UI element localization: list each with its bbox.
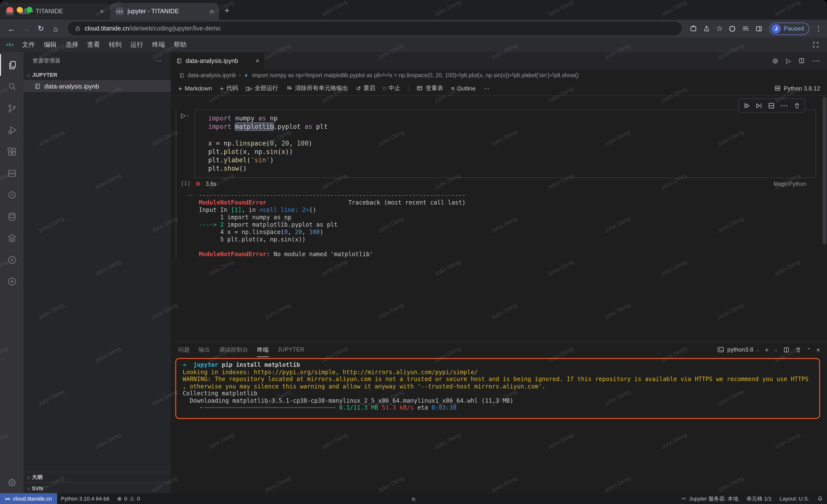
explorer-icon[interactable] bbox=[0, 54, 23, 76]
execute-above-icon[interactable] bbox=[743, 102, 750, 109]
editor-scrollbar[interactable] bbox=[823, 96, 827, 342]
split-editor-icon[interactable] bbox=[798, 58, 805, 64]
terminal-dropdown-icon[interactable]: ⌄ bbox=[774, 347, 778, 352]
terminal-view[interactable]: ➜ jupyter pip install matplotlibLooking … bbox=[171, 357, 827, 493]
file-item-notebook[interactable]: data-analysis.ipynb bbox=[23, 80, 171, 92]
section-outline[interactable]: › 大纲 bbox=[23, 471, 171, 482]
kill-terminal-trash-icon[interactable] bbox=[795, 346, 801, 353]
notebook-settings-gear-icon[interactable] bbox=[772, 57, 779, 64]
close-window-button[interactable] bbox=[7, 7, 13, 13]
extensions-puzzle-icon[interactable] bbox=[729, 25, 736, 32]
new-terminal-icon[interactable]: + bbox=[765, 346, 769, 353]
settings-gear-icon[interactable] bbox=[0, 471, 23, 493]
editor-more-icon[interactable]: ⋯ bbox=[812, 56, 820, 65]
bookmark-star-icon[interactable]: ☆ bbox=[716, 24, 723, 33]
layers-icon[interactable] bbox=[0, 227, 23, 249]
editor-tab-notebook[interactable]: data-analysis.ipynb × bbox=[171, 52, 265, 69]
screenshot-icon[interactable] bbox=[690, 25, 697, 32]
menu-文件[interactable]: 文件 bbox=[18, 37, 39, 52]
notifications-bell[interactable] bbox=[813, 493, 827, 504]
target-plus-icon[interactable] bbox=[0, 270, 23, 292]
close-panel-icon[interactable]: × bbox=[816, 346, 820, 353]
cell-more-icon[interactable]: ⋯ bbox=[780, 101, 788, 110]
side-panel-icon[interactable] bbox=[756, 25, 763, 32]
reload-icon[interactable]: ↻ bbox=[35, 22, 47, 35]
preview-frame-icon[interactable] bbox=[0, 162, 23, 184]
breadcrumb-file[interactable]: data-analysis.ipynb bbox=[188, 72, 236, 78]
power-zap-icon[interactable] bbox=[0, 249, 23, 270]
forward-icon[interactable]: → bbox=[20, 22, 33, 35]
interrupt-button[interactable]: □中止 bbox=[383, 84, 400, 93]
reading-list-icon[interactable] bbox=[742, 25, 749, 32]
variables-button[interactable]: 变量表 bbox=[417, 84, 443, 93]
panel-tab-JUPYTER[interactable]: JUPYTER bbox=[278, 342, 304, 357]
cell-language-mode[interactable]: MagicPython bbox=[774, 181, 806, 186]
share-icon[interactable] bbox=[703, 25, 710, 32]
terminal-profile-selector[interactable]: python3.8 ⌄ bbox=[718, 346, 760, 353]
home-icon[interactable]: ⌂ bbox=[49, 22, 62, 35]
menu-终端[interactable]: 终端 bbox=[148, 37, 169, 52]
extensions-icon[interactable] bbox=[0, 141, 23, 162]
database-icon[interactable] bbox=[0, 206, 23, 227]
python-interpreter[interactable]: Python 3.10.4 64-bit bbox=[57, 493, 113, 504]
split-terminal-icon[interactable] bbox=[783, 346, 790, 353]
tab-close-icon[interactable]: × bbox=[208, 7, 215, 15]
execute-below-icon[interactable] bbox=[756, 102, 763, 109]
breadcrumbs[interactable]: data-analysis.ipynb › import numpy as np… bbox=[171, 69, 827, 81]
zoom-window-button[interactable] bbox=[27, 7, 33, 13]
browser-menu-icon[interactable]: ⋮ bbox=[815, 24, 822, 33]
outline-button[interactable]: ≡Outline bbox=[451, 85, 476, 92]
toolbar-more-icon[interactable]: ⋯ bbox=[484, 85, 490, 92]
section-jupyter[interactable]: ⌄ JUPYTER bbox=[23, 69, 171, 80]
panel-tab-终端[interactable]: 终端 bbox=[257, 342, 269, 357]
panel-tab-输出[interactable]: 输出 bbox=[199, 342, 210, 357]
split-cell-icon[interactable] bbox=[768, 102, 775, 109]
tab-close-icon[interactable]: × bbox=[98, 7, 105, 15]
traceback-output: ----------------------------------------… bbox=[199, 192, 807, 258]
run-cell-button[interactable]: ▷⌄ bbox=[181, 112, 190, 119]
history-clock-icon[interactable] bbox=[0, 184, 23, 206]
remote-indicator[interactable]: >< cloud.titanide.cn bbox=[0, 493, 57, 504]
panel-tab-调试控制台[interactable]: 调试控制台 bbox=[219, 342, 248, 357]
layout-indicator[interactable]: Layout: U.S. bbox=[776, 493, 813, 504]
problems-indicator[interactable]: ⊗0 ⚠0 bbox=[113, 493, 144, 504]
collapse-output-icon[interactable]: ⋯ bbox=[187, 192, 193, 258]
add-markdown-button[interactable]: +Markdown bbox=[178, 84, 212, 92]
panel-tabs: 问题输出调试控制台终端JUPYTER bbox=[178, 342, 304, 357]
jupyter-server-indicator[interactable]: Jupyter 服务器: 本地 bbox=[677, 493, 742, 504]
cell-indicator[interactable]: 单元格 1/1 bbox=[742, 493, 776, 504]
delete-cell-trash-icon[interactable] bbox=[793, 102, 800, 109]
menu-选择[interactable]: 选择 bbox=[61, 37, 83, 52]
address-bar[interactable]: cloud.titanide.cn/ide/web/coding/jupyter… bbox=[68, 22, 682, 36]
search-icon[interactable] bbox=[0, 76, 23, 97]
section-svn[interactable]: › SVN bbox=[23, 482, 171, 493]
menu-转到[interactable]: 转到 bbox=[104, 37, 126, 52]
source-control-icon[interactable] bbox=[0, 97, 23, 119]
add-code-button[interactable]: +代码 bbox=[220, 84, 238, 93]
stop-icon: □ bbox=[383, 86, 386, 91]
app-logo-icon[interactable]: <t> bbox=[5, 40, 15, 50]
menu-编辑[interactable]: 编辑 bbox=[39, 37, 61, 52]
sidebar-more-icon[interactable]: ⋯ bbox=[155, 57, 162, 64]
back-icon[interactable]: ← bbox=[5, 22, 18, 35]
menu-查看[interactable]: 查看 bbox=[83, 37, 104, 52]
panel-tab-问题[interactable]: 问题 bbox=[178, 342, 190, 357]
fullscreen-icon[interactable] bbox=[812, 41, 819, 48]
menu-帮助[interactable]: 帮助 bbox=[169, 37, 191, 52]
breadcrumb-code[interactable]: import numpy as np⏎import matplotlib.pyp… bbox=[252, 72, 579, 79]
cell-editor[interactable]: import numpy as npimport matplotlib.pypl… bbox=[194, 110, 816, 178]
new-tab-button[interactable]: + bbox=[225, 6, 229, 16]
run-all-icon[interactable]: ▷ bbox=[786, 57, 791, 64]
browser-tab-jupyter[interactable]: <i> jupyter - TITANIDE × bbox=[110, 3, 219, 20]
minimize-window-button[interactable] bbox=[17, 7, 22, 13]
run-all-button[interactable]: ▷▷全部运行 bbox=[246, 84, 278, 93]
maximize-panel-icon[interactable]: ⌃ bbox=[807, 347, 811, 352]
restore-panel-chevrons[interactable] bbox=[410, 493, 417, 504]
menu-运行[interactable]: 运行 bbox=[126, 37, 148, 52]
profile-button[interactable]: J Paused bbox=[770, 22, 809, 35]
kernel-picker[interactable]: Python 3.8.12 bbox=[774, 85, 820, 92]
clear-outputs-button[interactable]: 清除所有单元格输出 bbox=[286, 84, 348, 93]
run-debug-icon[interactable] bbox=[0, 119, 23, 141]
restart-button[interactable]: ↺重启 bbox=[356, 84, 375, 93]
editor-tab-close-icon[interactable]: × bbox=[256, 57, 259, 64]
